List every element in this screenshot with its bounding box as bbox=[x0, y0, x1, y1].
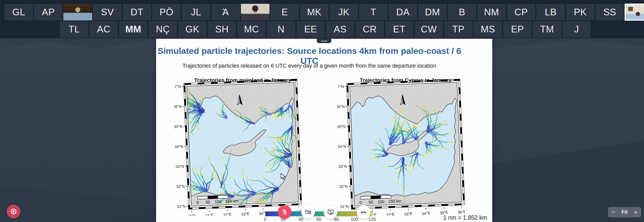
phone-handset-icon bbox=[360, 208, 367, 216]
participant-initials: CW bbox=[421, 24, 437, 35]
participant-initials: DM bbox=[425, 7, 440, 18]
participant-initials: PK bbox=[574, 7, 587, 18]
participant-video-tile[interactable] bbox=[63, 4, 93, 21]
participant-initials: JK bbox=[338, 7, 349, 18]
svg-text:33°E: 33°E bbox=[404, 211, 413, 216]
zoom-out-button[interactable]: − bbox=[608, 207, 619, 217]
participant-tile-tm[interactable]: TM bbox=[532, 21, 562, 38]
participant-initials: AC bbox=[97, 24, 110, 35]
participant-initials: TL bbox=[68, 24, 80, 35]
hangup-button[interactable] bbox=[357, 205, 370, 219]
participant-initials: NM bbox=[484, 7, 499, 18]
colorbar-tick-label: 120 bbox=[369, 217, 376, 222]
participant-tile-et[interactable]: ET bbox=[385, 21, 414, 38]
participant-video-feed bbox=[241, 4, 270, 20]
participant-initials: LB bbox=[545, 7, 557, 18]
svg-text:32°N: 32°N bbox=[339, 184, 348, 189]
participant-video-feed bbox=[625, 4, 644, 20]
participant-tile-as[interactable]: AS bbox=[325, 21, 355, 38]
participant-initials: E bbox=[282, 7, 288, 18]
svg-text:50: 50 bbox=[205, 200, 210, 204]
participant-tile-cp[interactable]: CP bbox=[507, 4, 536, 21]
participant-tile-pö[interactable]: PÖ bbox=[152, 4, 181, 21]
svg-text:37°N: 37°N bbox=[337, 84, 344, 89]
participant-initials: EP bbox=[511, 24, 524, 35]
participant-tile-nm[interactable]: NM bbox=[477, 4, 507, 21]
participant-tile-ee[interactable]: EE bbox=[296, 21, 326, 38]
colorbar-tick-label: 0 bbox=[264, 217, 266, 222]
participant-tile-da[interactable]: DA bbox=[388, 4, 418, 21]
participant-tile-e[interactable]: E bbox=[270, 4, 300, 21]
participant-video-tile[interactable] bbox=[241, 4, 270, 21]
participant-initials: PÖ bbox=[160, 7, 173, 18]
screenshare-off-button[interactable] bbox=[324, 205, 337, 219]
participant-initials: AS bbox=[334, 24, 346, 35]
svg-text:33°E: 33°E bbox=[241, 211, 250, 216]
svg-text:50: 50 bbox=[368, 200, 373, 204]
svg-text:32°E: 32°E bbox=[386, 212, 395, 216]
participant-tile-gl[interactable]: GL bbox=[4, 4, 34, 21]
participant-tile-nç[interactable]: NÇ bbox=[148, 21, 178, 38]
participant-initials: DT bbox=[131, 7, 143, 18]
participant-tile-ap[interactable]: AP bbox=[34, 4, 63, 21]
participant-tile-mc[interactable]: MC bbox=[237, 21, 266, 38]
participant-tile-n[interactable]: N bbox=[266, 21, 296, 38]
camera-off-icon bbox=[305, 208, 312, 216]
camera-off-button[interactable] bbox=[301, 205, 315, 219]
participant-initials: ET bbox=[393, 24, 405, 35]
participant-tile-cr[interactable]: CR bbox=[355, 21, 385, 38]
participant-tile-ac[interactable]: AC bbox=[89, 21, 119, 38]
participant-tile-pk[interactable]: PK bbox=[566, 4, 595, 21]
svg-text:100: 100 bbox=[378, 199, 384, 204]
participant-tile-gk[interactable]: GK bbox=[178, 21, 207, 38]
participant-initials: CP bbox=[514, 7, 528, 18]
participant-tile-tl[interactable]: TL bbox=[60, 21, 89, 38]
participant-tile-sv[interactable]: SV bbox=[93, 4, 122, 21]
map-figure-mainland: Trajectories from mainland in January 37… bbox=[174, 77, 302, 216]
participant-tile-cw[interactable]: CW bbox=[414, 21, 444, 38]
participant-tile-jk[interactable]: JK bbox=[329, 4, 359, 21]
participants-collapse-handle[interactable] bbox=[317, 39, 331, 43]
participant-tile-mk[interactable]: MK bbox=[300, 4, 329, 21]
participant-tile-b[interactable]: B bbox=[447, 4, 477, 21]
zoom-fit-button[interactable]: Fit bbox=[619, 207, 630, 217]
map-title: Trajectories from mainland in January bbox=[189, 77, 296, 83]
participant-tile-ms[interactable]: MS bbox=[473, 21, 503, 38]
svg-text:37°N: 37°N bbox=[174, 84, 181, 89]
participant-tile-lb[interactable]: LB bbox=[536, 4, 566, 21]
colorbar-tick-label: 40 bbox=[298, 217, 303, 222]
svg-text:150 km: 150 km bbox=[225, 199, 239, 204]
participant-tile-sh[interactable]: SH bbox=[207, 21, 237, 38]
participant-initials: MM bbox=[125, 24, 141, 35]
participant-tile-ά[interactable]: Ά bbox=[211, 4, 241, 21]
participant-initials: TM bbox=[540, 24, 554, 35]
participant-initials: J bbox=[574, 24, 579, 35]
participant-tile-j[interactable]: J bbox=[562, 21, 592, 38]
participant-tile-t[interactable]: T bbox=[359, 4, 388, 21]
participant-initials: Ά bbox=[223, 7, 229, 18]
participant-initials: DA bbox=[396, 7, 409, 18]
handle-pill-icon bbox=[321, 41, 327, 42]
screenshare-off-icon bbox=[327, 208, 334, 216]
participant-tile-jl[interactable]: JL bbox=[181, 4, 211, 21]
participant-initials: GL bbox=[12, 7, 25, 18]
participant-tile-dt[interactable]: DT bbox=[122, 4, 152, 21]
zoom-in-button[interactable]: + bbox=[630, 207, 641, 217]
participant-tile-tp[interactable]: TP bbox=[444, 21, 473, 38]
participant-initials: GK bbox=[185, 24, 199, 35]
shared-screen-slide: Simulated particle trajectories: Source … bbox=[156, 39, 492, 222]
participant-video-tile[interactable] bbox=[625, 4, 644, 21]
meeting-window: GLAPSVDTPÖJLΆEMKJKTDADMBNMCPLBPKSS TLACM… bbox=[0, 0, 644, 222]
trajectory-map-cyprus: 37°N36°N35°N34°N33°N32°N31°N30°E31°E32°E… bbox=[337, 77, 465, 216]
svg-text:0: 0 bbox=[359, 200, 362, 205]
colorbar-tick-label: 80 bbox=[334, 217, 339, 222]
mute-microphone-button[interactable] bbox=[278, 205, 291, 219]
participant-initials: MS bbox=[481, 24, 495, 35]
record-button[interactable] bbox=[7, 205, 20, 218]
participant-tile-mm[interactable]: MM bbox=[119, 21, 148, 38]
participant-tile-ep[interactable]: EP bbox=[503, 21, 532, 38]
svg-text:34°E: 34°E bbox=[421, 211, 430, 216]
participant-tile-dm[interactable]: DM bbox=[418, 4, 448, 21]
participant-tile-ss[interactable]: SS bbox=[595, 4, 625, 21]
participant-video-feed bbox=[63, 4, 92, 20]
